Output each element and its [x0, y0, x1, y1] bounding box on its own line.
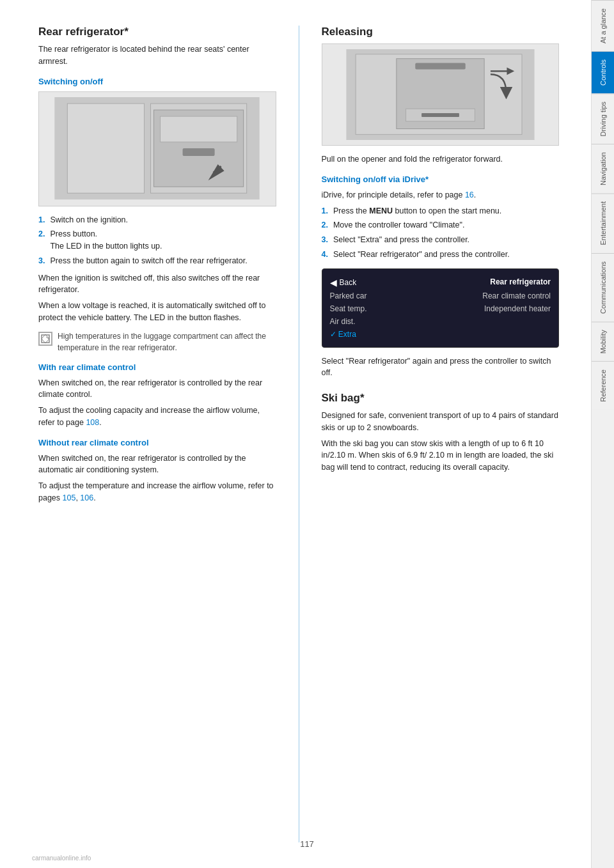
column-divider: [299, 26, 299, 842]
with-climate-ref-link[interactable]: 108: [86, 418, 99, 427]
step-1-text: Switch on the ignition.: [50, 214, 128, 226]
menu-parked-car: Parked car: [330, 291, 367, 300]
steps-list: 1. Switch on the ignition. 2. Press butt…: [38, 214, 276, 267]
svg-rect-5: [183, 149, 215, 157]
note-icon: [38, 332, 52, 346]
menu-row-back: ◀ Back Rear refrigerator: [330, 275, 551, 290]
idrive-step-1-text: Press the MENU button to open the start …: [333, 205, 501, 217]
ski-bag-title: Ski bag*: [322, 392, 560, 405]
step-3-num: 3.: [38, 255, 45, 267]
page-number: 117: [300, 839, 314, 849]
without-climate-text: When switched on, the rear refrigerator …: [38, 453, 276, 477]
paragraph2: When a low voltage is reached, it is aut…: [38, 300, 276, 324]
idrive-step-3-text: Select "Extra" and press the controller.: [333, 234, 469, 246]
ref-link-106[interactable]: 106: [80, 493, 93, 502]
sidebar-tab-communications[interactable]: Communications: [592, 253, 615, 322]
main-title: Rear refrigerator*: [38, 26, 276, 38]
idrive-step-3-num: 3.: [322, 234, 328, 246]
menu-air-dist: Air dist.: [330, 317, 356, 326]
idrive-step-2-text: Move the controller toward "Climate".: [333, 219, 464, 231]
svg-rect-14: [415, 63, 465, 69]
idrive-step-2-num: 2.: [322, 219, 328, 231]
menu-rear-climate: Rear climate control: [482, 291, 551, 300]
step-2-text: Press button.The LED in the button light…: [50, 228, 162, 252]
sidebar-tab-entertainment[interactable]: Entertainment: [592, 193, 615, 252]
menu-extra: ✓ Extra: [330, 330, 356, 339]
step-2-num: 2.: [38, 228, 45, 252]
idrive-step-4-text: Select "Rear refrigerator" and press the…: [333, 249, 510, 261]
ski-bag-text1: Designed for safe, convenient transport …: [322, 410, 560, 434]
sidebar: At a glance Controls Driving tips Naviga…: [591, 0, 614, 868]
switching-title: Switching on/off: [38, 77, 276, 86]
without-climate-title: Without rear climate control: [38, 438, 276, 447]
menu-right-title: Rear refrigerator: [490, 277, 551, 288]
sidebar-tab-navigation[interactable]: Navigation: [592, 144, 615, 193]
idrive-menu-screenshot: ◀ Back Rear refrigerator Parked car Rear…: [322, 268, 560, 348]
menu-row-parked-car: Parked car Rear climate control: [330, 290, 551, 302]
idrive-steps-list: 1. Press the MENU button to open the sta…: [322, 205, 560, 261]
svg-rect-4: [161, 116, 237, 142]
menu-row-seat-temp: Seat temp. Independent heater: [330, 302, 551, 315]
svg-rect-16: [421, 113, 459, 117]
note-text: High temperatures in the luggage compart…: [58, 330, 276, 353]
menu-row-extra: ✓ Extra: [330, 328, 551, 341]
sidebar-tab-at-a-glance[interactable]: At a glance: [592, 0, 615, 51]
with-climate-title: With rear climate control: [38, 362, 276, 372]
svg-rect-1: [68, 104, 145, 193]
sidebar-tab-controls[interactable]: Controls: [592, 51, 615, 93]
sidebar-tab-driving-tips[interactable]: Driving tips: [592, 93, 615, 144]
menu-back-label: ◀ Back: [330, 277, 357, 288]
menu-seat-temp: Seat temp.: [330, 304, 367, 313]
ref-link-105[interactable]: 105: [63, 493, 76, 502]
with-climate-ref-text: To adjust the cooling capacity and incre…: [38, 405, 276, 429]
releasing-text: Pull on the opener and fold the refriger…: [322, 153, 560, 166]
intro-text: The rear refrigerator is located behind …: [38, 43, 276, 68]
step-1-num: 1.: [38, 214, 45, 226]
after-menu-text: Select "Rear refrigerator" again and pre…: [322, 355, 560, 380]
sidebar-tab-reference[interactable]: Reference: [592, 361, 615, 410]
idrive-ref-link[interactable]: 16: [465, 190, 474, 199]
ski-bag-text2: With the ski bag you can stow skis with …: [322, 438, 560, 474]
watermark: carmanualonline.info: [32, 855, 91, 862]
menu-row-air-dist: Air dist.: [330, 315, 551, 328]
step-3-text: Press the button again to switch off the…: [50, 255, 247, 267]
note-box: High temperatures in the luggage compart…: [38, 330, 276, 353]
sidebar-tab-mobility[interactable]: Mobility: [592, 322, 615, 361]
with-climate-text: When switched on, the rear refrigerator …: [38, 377, 276, 401]
idrive-step-1-num: 1.: [322, 205, 328, 217]
switching-image: [38, 91, 276, 206]
releasing-title: Releasing: [322, 26, 560, 38]
idrive-title: Switching on/off via iDrive*: [322, 174, 560, 184]
paragraph1: When the ignition is switched off, this …: [38, 272, 276, 297]
releasing-image: [322, 43, 560, 146]
idrive-intro: iDrive, for principle details, refer to …: [322, 189, 560, 201]
idrive-step-4-num: 4.: [322, 249, 328, 261]
without-climate-ref-text: To adjust the temperature and increase t…: [38, 480, 276, 504]
back-arrow-icon: ◀: [330, 277, 337, 288]
menu-independent-heater: Independent heater: [484, 304, 551, 313]
